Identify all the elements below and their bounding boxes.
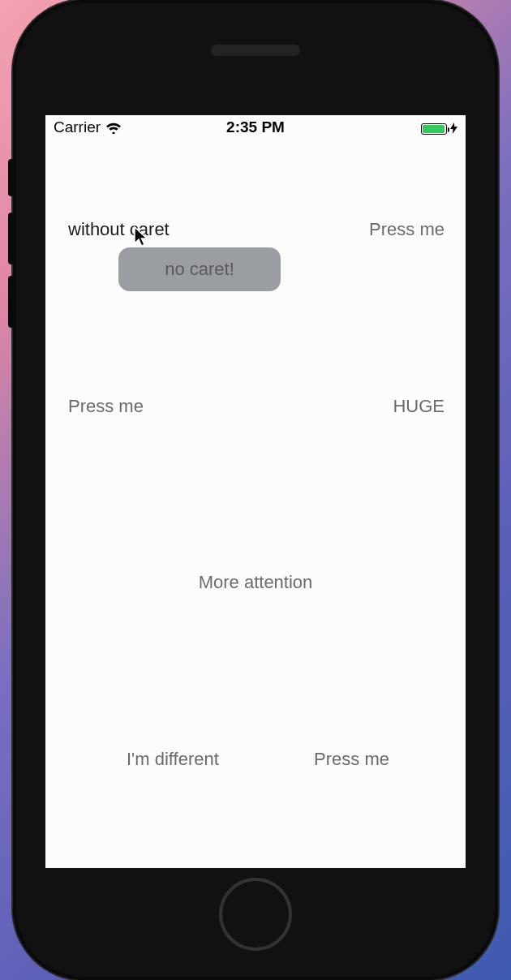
phone-speaker xyxy=(211,45,300,56)
phone-side-button xyxy=(8,159,15,196)
clock-label: 2:35 PM xyxy=(226,118,285,136)
charging-icon xyxy=(450,120,457,138)
im-different-button[interactable]: I'm different xyxy=(127,749,219,770)
status-bar: Carrier 2:35 PM xyxy=(45,115,466,138)
content-area: without caret Press me no caret! Press m… xyxy=(45,138,466,868)
home-button[interactable] xyxy=(219,878,292,951)
screen: Carrier 2:35 PM without caret Pr xyxy=(45,115,466,868)
tooltip-text: no caret! xyxy=(165,259,234,279)
huge-button[interactable]: HUGE xyxy=(393,396,444,417)
press-me-button-bottom-right[interactable]: Press me xyxy=(314,749,389,770)
more-attention-button[interactable]: More attention xyxy=(199,572,313,593)
wifi-icon xyxy=(105,121,122,134)
phone-frame: Carrier 2:35 PM without caret Pr xyxy=(13,0,498,980)
phone-side-button xyxy=(8,213,15,264)
press-me-button-top-right[interactable]: Press me xyxy=(369,219,444,240)
phone-side-button xyxy=(8,276,15,328)
tooltip-no-caret: no caret! xyxy=(118,247,281,291)
press-me-button-mid-left[interactable]: Press me xyxy=(68,396,144,417)
battery-icon xyxy=(421,123,447,135)
without-caret-button[interactable]: without caret xyxy=(68,219,170,240)
carrier-label: Carrier xyxy=(54,118,101,136)
